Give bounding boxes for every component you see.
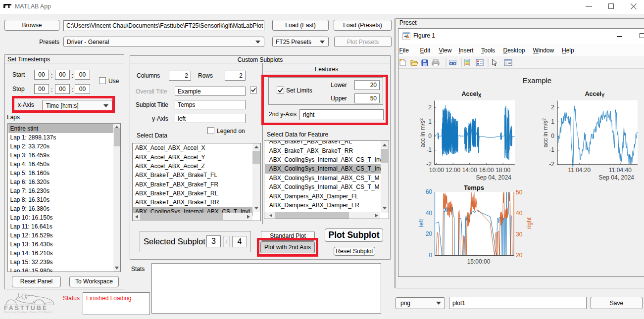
svg-text:Formula Student Team TU Berlin: Formula Student Team TU Berlin	[4, 311, 53, 314]
